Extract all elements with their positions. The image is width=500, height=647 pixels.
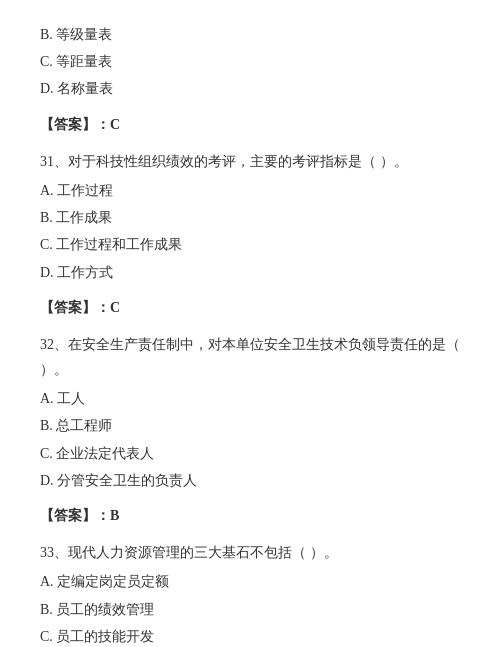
question-text: 32、在安全生产责任制中，对本单位安全卫生技术负领导责任的是（ ）。: [40, 332, 460, 382]
question-block: 33、现代人力资源管理的三大基石不包括（ ）。A. 定编定岗定员定额B. 员工的…: [40, 540, 460, 647]
content-section-4: 32、在安全生产责任制中，对本单位安全卫生技术负领导责任的是（ ）。A. 工人B…: [40, 332, 460, 493]
option-text: C. 工作过程和工作成果: [40, 232, 460, 257]
option-text: C. 员工的技能开发: [40, 624, 460, 647]
question-block: 32、在安全生产责任制中，对本单位安全卫生技术负领导责任的是（ ）。A. 工人B…: [40, 332, 460, 493]
option-text: D. 分管安全卫生的负责人: [40, 468, 460, 493]
option-text: B. 工作成果: [40, 205, 460, 230]
option-text: D. 工作方式: [40, 260, 460, 285]
option-text: A. 定编定岗定员定额: [40, 569, 460, 594]
answer-text: 【答案】：C: [40, 112, 460, 137]
option-text: A. 工作过程: [40, 178, 460, 203]
option-text: B. 总工程师: [40, 413, 460, 438]
option-text: B. 等级量表: [40, 22, 460, 47]
content-section-5: 【答案】：B: [40, 503, 460, 528]
content-section-2: 31、对于科技性组织绩效的考评，主要的考评指标是（ ）。A. 工作过程B. 工作…: [40, 149, 460, 285]
question-text: 31、对于科技性组织绩效的考评，主要的考评指标是（ ）。: [40, 149, 460, 174]
question-text: 33、现代人力资源管理的三大基石不包括（ ）。: [40, 540, 460, 565]
answer-text: 【答案】：B: [40, 503, 460, 528]
option-text: C. 等距量表: [40, 49, 460, 74]
option-text: D. 名称量表: [40, 76, 460, 101]
option-text: C. 企业法定代表人: [40, 441, 460, 466]
content-section-3: 【答案】：C: [40, 295, 460, 320]
content-section-0: B. 等级量表C. 等距量表D. 名称量表: [40, 22, 460, 102]
option-text: B. 员工的绩效管理: [40, 597, 460, 622]
question-block: 31、对于科技性组织绩效的考评，主要的考评指标是（ ）。A. 工作过程B. 工作…: [40, 149, 460, 285]
page-content: B. 等级量表C. 等距量表D. 名称量表【答案】：C31、对于科技性组织绩效的…: [40, 22, 460, 647]
option-text: A. 工人: [40, 386, 460, 411]
content-section-1: 【答案】：C: [40, 112, 460, 137]
answer-text: 【答案】：C: [40, 295, 460, 320]
content-section-6: 33、现代人力资源管理的三大基石不包括（ ）。A. 定编定岗定员定额B. 员工的…: [40, 540, 460, 647]
